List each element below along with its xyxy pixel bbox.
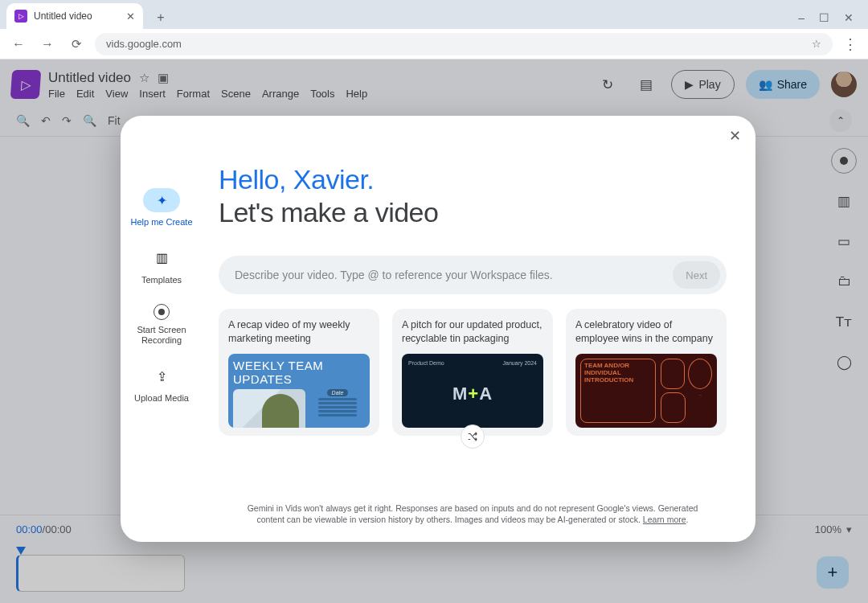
disclaimer-text: Gemini in Vids won't always get it right… [219, 503, 727, 526]
thumb-shape [661, 359, 685, 389]
sidebar-item-label: Templates [141, 275, 182, 286]
modal-close-icon[interactable]: ✕ [729, 127, 741, 145]
url-text: vids.google.com [106, 38, 182, 50]
upload-icon: ⇪ [143, 364, 180, 388]
prompt-input[interactable] [235, 269, 673, 281]
url-input[interactable]: vids.google.com ☆ [95, 33, 833, 55]
greeting-line-1: Hello, Xavier. [219, 164, 727, 195]
nav-forward-icon[interactable]: → [37, 37, 58, 51]
shuffle-suggestions-button[interactable] [461, 425, 485, 449]
tab-title: Untitled video [34, 10, 120, 22]
sidebar-item-label: Start Screen Recording [125, 325, 198, 347]
window-minimize-icon[interactable]: – [798, 11, 805, 24]
sidebar-item-label: Help me Create [130, 217, 192, 228]
card-text: A celebratory video of employee wins in … [575, 318, 717, 346]
thumb-banner: WEEKLY TEAM UPDATES [233, 359, 365, 386]
tab-favicon [14, 10, 27, 23]
thumb-logo-a: M [452, 384, 468, 404]
new-tab-button[interactable]: + [149, 6, 172, 29]
thumb-shape [688, 359, 712, 389]
sidebar-item-label: Upload Media [134, 393, 189, 404]
shuffle-icon [467, 431, 478, 442]
card-thumbnail: TEAM AND/OR INDIVIDUAL INTRODUCTION ··· [575, 354, 717, 428]
reload-icon[interactable]: ⟳ [66, 37, 87, 51]
bookmark-star-icon[interactable]: ☆ [812, 38, 821, 50]
thumb-pill: Date [327, 389, 349, 396]
card-thumbnail: WEEKLY TEAM UPDATES Date [228, 354, 370, 428]
greeting-line-2: Let's make a video [219, 197, 727, 228]
suggestion-card[interactable]: A recap video of my weekly marketing mee… [219, 309, 379, 436]
browser-addressbar: ← → ⟳ vids.google.com ☆ ⋮ [0, 29, 868, 59]
window-close-icon[interactable]: ✕ [844, 11, 854, 24]
sidebar-item-screen-recording[interactable]: Start Screen Recording [125, 304, 198, 347]
thumb-photo [233, 389, 305, 428]
onboarding-modal: ✕ ✦ Help me Create ▥ Templates Start Scr… [121, 116, 755, 542]
modal-sidebar: ✦ Help me Create ▥ Templates Start Scree… [121, 116, 203, 542]
browser-tabbar: Untitled video ✕ + – ☐ ✕ [0, 0, 868, 29]
modal-body: Hello, Xavier. Let's make a video Next A… [203, 116, 755, 542]
suggestion-cards: A recap video of my weekly marketing mee… [219, 309, 727, 436]
thumb-logo-b: A [479, 384, 493, 404]
templates-icon: ▥ [143, 246, 180, 270]
sidebar-item-help-me-create[interactable]: ✦ Help me Create [125, 188, 198, 228]
learn-more-link[interactable]: Learn more [643, 515, 686, 524]
sparkle-icon: ✦ [143, 188, 180, 212]
thumb-subtext: ··· [689, 392, 712, 423]
suggestion-card[interactable]: A celebratory video of employee wins in … [566, 309, 727, 436]
browser-tab[interactable]: Untitled video ✕ [6, 3, 143, 29]
sidebar-item-upload-media[interactable]: ⇪ Upload Media [125, 364, 198, 404]
thumb-top-right: January 2024 [503, 360, 537, 366]
window-controls: – ☐ ✕ [798, 11, 862, 29]
browser-menu-icon[interactable]: ⋮ [841, 35, 860, 53]
nav-back-icon[interactable]: ← [8, 37, 29, 51]
thumb-shape [661, 392, 686, 423]
card-text: A pitch for our updated product, recycla… [402, 318, 543, 346]
tab-close-icon[interactable]: ✕ [126, 10, 135, 23]
card-thumbnail: Product Demo January 2024 M + A [402, 354, 543, 428]
card-text: A recap video of my weekly marketing mee… [228, 318, 370, 346]
window-maximize-icon[interactable]: ☐ [819, 11, 829, 24]
app-root: Untitled video ☆ ▣ File Edit View Insert… [0, 59, 868, 603]
thumb-top-left: Product Demo [408, 360, 444, 366]
next-button[interactable]: Next [673, 261, 720, 289]
record-icon [154, 304, 170, 320]
suggestion-card[interactable]: A pitch for our updated product, recycla… [392, 309, 553, 436]
prompt-box[interactable]: Next [219, 256, 727, 294]
thumb-logo-plus: + [468, 384, 479, 404]
thumb-heading: TEAM AND/OR INDIVIDUAL INTRODUCTION [580, 359, 656, 423]
sidebar-item-templates[interactable]: ▥ Templates [125, 246, 198, 286]
